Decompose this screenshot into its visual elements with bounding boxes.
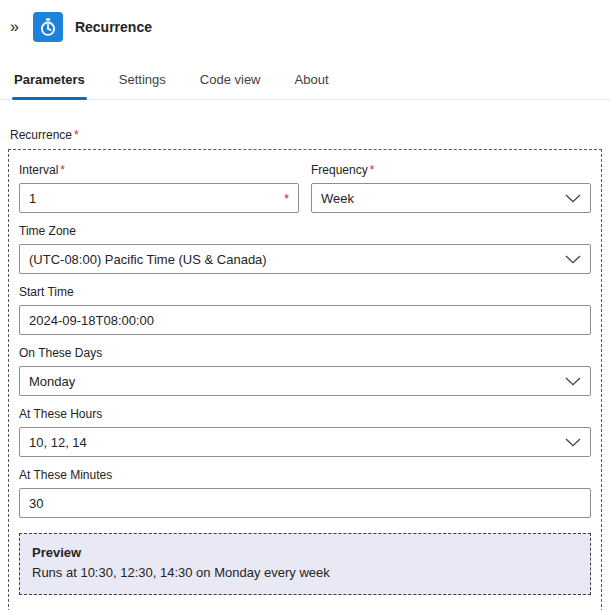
required-marker: *	[74, 128, 79, 142]
chevron-down-icon	[565, 194, 581, 203]
on-these-days-value: Monday	[29, 374, 557, 389]
at-these-minutes-input[interactable]	[29, 496, 581, 511]
start-time-input[interactable]	[29, 313, 581, 328]
at-these-hours-dropdown[interactable]: 10, 12, 14	[19, 427, 591, 457]
frequency-label: Frequency*	[311, 163, 591, 177]
timezone-value: (UTC-08:00) Pacific Time (US & Canada)	[29, 252, 557, 267]
tab-code-view[interactable]: Code view	[198, 66, 263, 99]
timezone-dropdown[interactable]: (UTC-08:00) Pacific Time (US & Canada)	[19, 244, 591, 274]
recurrence-parameters-card: Interval* * Frequency* Week Time Zone (U…	[8, 149, 602, 610]
recurrence-timer-icon	[33, 12, 63, 42]
action-header: » Recurrence	[0, 0, 610, 52]
field-at-these-minutes: At These Minutes	[19, 468, 591, 518]
chevron-down-icon	[565, 438, 581, 447]
field-at-these-hours: At These Hours 10, 12, 14	[19, 407, 591, 457]
field-timezone: Time Zone (UTC-08:00) Pacific Time (US &…	[19, 224, 591, 274]
required-marker: *	[284, 191, 289, 206]
preview-title: Preview	[32, 543, 578, 563]
field-frequency: Frequency* Week	[311, 163, 591, 213]
at-these-hours-value: 10, 12, 14	[29, 435, 557, 450]
interval-label: Interval*	[19, 163, 299, 177]
timezone-label: Time Zone	[19, 224, 591, 238]
on-these-days-dropdown[interactable]: Monday	[19, 366, 591, 396]
page-title: Recurrence	[75, 19, 152, 35]
tab-strip: Parameters Settings Code view About	[0, 52, 610, 100]
frequency-dropdown[interactable]: Week	[311, 183, 591, 213]
field-on-these-days: On These Days Monday	[19, 346, 591, 396]
frequency-value: Week	[321, 191, 557, 206]
required-marker: *	[60, 163, 65, 177]
start-time-label: Start Time	[19, 285, 591, 299]
preview-text: Runs at 10:30, 12:30, 14:30 on Monday ev…	[32, 563, 578, 583]
field-interval: Interval* *	[19, 163, 299, 213]
on-these-days-label: On These Days	[19, 346, 591, 360]
tab-parameters[interactable]: Parameters	[12, 66, 87, 99]
tab-settings[interactable]: Settings	[117, 66, 168, 99]
preview-box: Preview Runs at 10:30, 12:30, 14:30 on M…	[19, 533, 591, 595]
field-start-time: Start Time	[19, 285, 591, 335]
section-label: Recurrence*	[10, 128, 600, 142]
interval-input[interactable]	[29, 191, 282, 206]
chevron-down-icon	[565, 255, 581, 264]
start-time-input-wrapper	[19, 305, 591, 335]
chevron-down-icon	[565, 377, 581, 386]
collapse-panel-icon[interactable]: »	[8, 17, 21, 37]
tab-about[interactable]: About	[293, 66, 331, 99]
interval-input-wrapper: *	[19, 183, 299, 213]
required-marker: *	[370, 163, 375, 177]
at-these-hours-label: At These Hours	[19, 407, 591, 421]
at-these-minutes-label: At These Minutes	[19, 468, 591, 482]
at-these-minutes-input-wrapper	[19, 488, 591, 518]
